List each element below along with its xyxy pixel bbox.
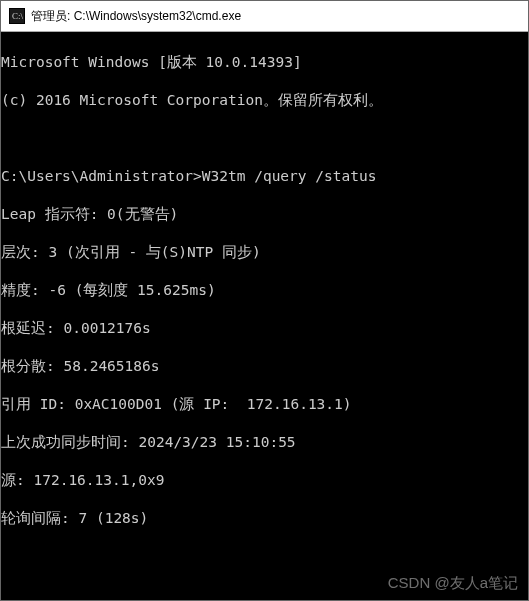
output-line: 层次: 3 (次引用 - 与(S)NTP 同步): [1, 243, 524, 262]
blank-line: [1, 585, 524, 600]
output-line: 精度: -6 (每刻度 15.625ms): [1, 281, 524, 300]
cmd-window: C:\ 管理员: C:\Windows\system32\cmd.exe Mic…: [0, 0, 529, 601]
output-line: 轮询间隔: 7 (128s): [1, 509, 524, 528]
banner-line: (c) 2016 Microsoft Corporation。保留所有权利。: [1, 91, 524, 110]
output-line: 引用 ID: 0xAC100D01 (源 IP: 172.16.13.1): [1, 395, 524, 414]
window-title: 管理员: C:\Windows\system32\cmd.exe: [31, 8, 241, 25]
banner-line: Microsoft Windows [版本 10.0.14393]: [1, 53, 524, 72]
output-line: 上次成功同步时间: 2024/3/23 15:10:55: [1, 433, 524, 452]
blank-line: [1, 129, 524, 148]
blank-line: [1, 547, 524, 566]
prompt-line: C:\Users\Administrator>W32tm /query /sta…: [1, 167, 524, 186]
output-line: 根分散: 58.2465186s: [1, 357, 524, 376]
command: W32tm /query /status: [202, 168, 377, 184]
prompt: C:\Users\Administrator>: [1, 168, 202, 184]
window-titlebar[interactable]: C:\ 管理员: C:\Windows\system32\cmd.exe: [1, 1, 528, 32]
terminal-output[interactable]: Microsoft Windows [版本 10.0.14393] (c) 20…: [1, 32, 528, 600]
output-line: 源: 172.16.13.1,0x9: [1, 471, 524, 490]
output-line: Leap 指示符: 0(无警告): [1, 205, 524, 224]
output-line: 根延迟: 0.0012176s: [1, 319, 524, 338]
svg-text:C:\: C:\: [12, 11, 24, 21]
cmd-icon: C:\: [9, 8, 25, 24]
